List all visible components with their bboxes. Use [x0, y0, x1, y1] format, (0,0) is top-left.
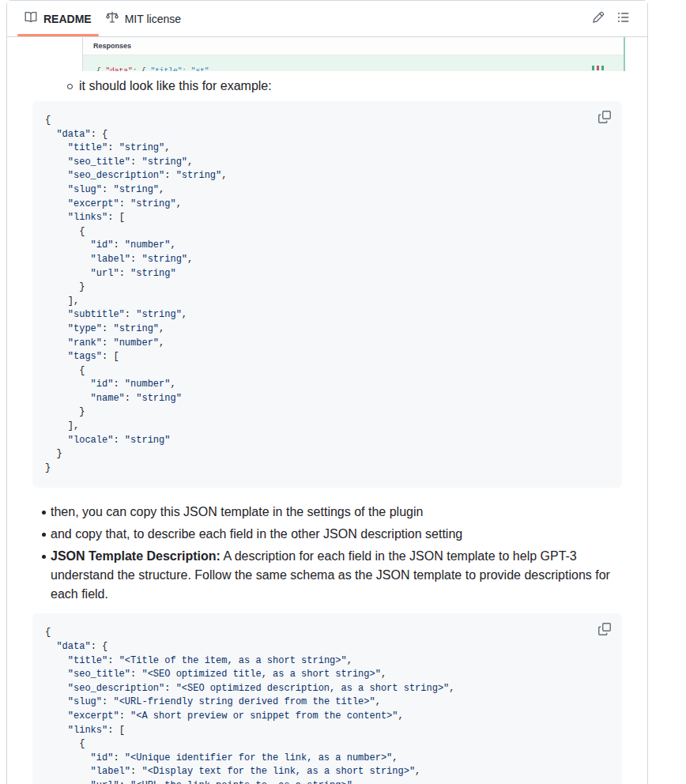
tab-readme-label: README — [43, 13, 92, 25]
list-item: it should look like this for example: — [58, 77, 622, 96]
bullet-list: then, you can copy this JSON template in… — [32, 503, 622, 604]
code-content[interactable]: { "data": { "title": "string", "seo_titl… — [45, 114, 609, 475]
list-item-text: then, you can copy this JSON template in… — [51, 505, 423, 518]
readme-content: it should look like this for example: { … — [7, 37, 647, 784]
list-item: JSON Template Description: A description… — [32, 547, 622, 604]
tab-mit-license-label: MIT license — [125, 13, 181, 25]
copy-icon — [598, 111, 611, 126]
json-template-code-block: { "data": { "title": "string", "seo_titl… — [32, 101, 622, 488]
list-item-text: and copy that, to describe each field in… — [51, 527, 462, 541]
list-item-bold-lead: JSON Template Description: — [51, 549, 220, 563]
list-item: and copy that, to describe each field in… — [32, 525, 622, 544]
readme-panel: README MIT license — [6, 0, 648, 784]
pencil-icon — [592, 11, 605, 27]
list-unordered-icon — [617, 11, 630, 27]
book-icon — [24, 11, 37, 26]
law-icon — [106, 11, 119, 26]
list-item-text: it should look like this for example: — [79, 79, 272, 92]
readme-tabbar: README MIT license — [7, 1, 647, 37]
json-description-code-block: { "data": { "title": "<Title of the item… — [32, 613, 622, 784]
tabbar-actions — [587, 1, 635, 36]
edit-readme-button[interactable] — [587, 8, 609, 30]
outline-button[interactable] — [612, 8, 635, 30]
copy-icon — [598, 623, 611, 639]
tab-readme[interactable]: README — [17, 1, 99, 36]
tab-mit-license[interactable]: MIT license — [99, 1, 188, 36]
copy-button[interactable] — [594, 107, 616, 130]
tab-group: README MIT license — [17, 1, 188, 36]
copy-button[interactable] — [594, 620, 616, 642]
code-content[interactable]: { "data": { "title": "<Title of the item… — [45, 626, 609, 784]
list-item: then, you can copy this JSON template in… — [32, 503, 622, 522]
